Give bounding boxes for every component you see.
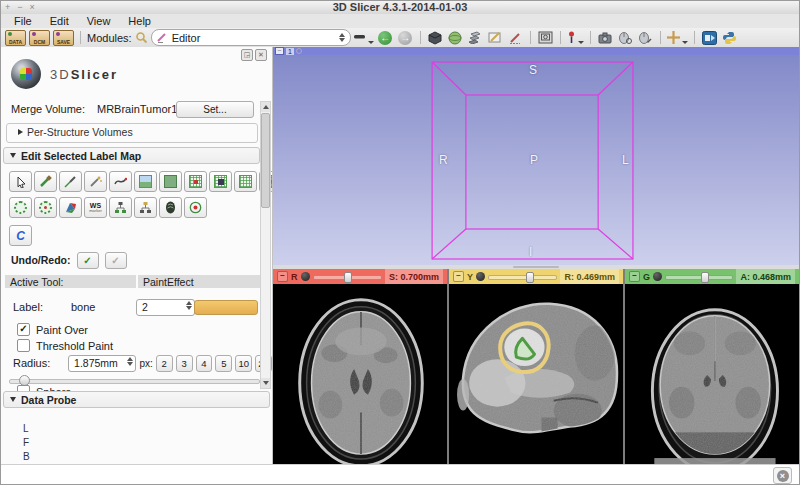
label-color-swatch[interactable]: [194, 300, 258, 315]
grow-cut-effect-button[interactable]: [59, 197, 82, 218]
per-structure-header[interactable]: Per-Structure Volumes: [15, 126, 136, 138]
radius-px-4-button[interactable]: 4: [196, 355, 213, 372]
module-selector-combobox[interactable]: Editor: [151, 29, 351, 46]
label-spin-buttons[interactable]: [186, 301, 192, 310]
annotation-pencil-button[interactable]: [507, 30, 524, 46]
data-probe-header[interactable]: Data Probe: [3, 391, 270, 408]
active-tool-value: PaintEffect: [138, 275, 260, 288]
round-paint-effect-button[interactable]: [184, 197, 207, 218]
draw-effect-button[interactable]: [59, 171, 82, 192]
model-into-label-effect-button[interactable]: [109, 197, 132, 218]
yellow-collapse-button[interactable]: −: [453, 271, 464, 282]
scroll-down-button[interactable]: [261, 378, 270, 388]
toolbar-separator: [530, 31, 531, 44]
green-slice-slider[interactable]: [665, 272, 733, 281]
red-collapse-button[interactable]: −: [277, 271, 288, 282]
extensions-manager-button[interactable]: [701, 30, 718, 46]
radius-spin-buttons[interactable]: [127, 357, 133, 366]
identify-islands-effect-button[interactable]: [184, 171, 207, 192]
fast-marching-effect-button[interactable]: [159, 197, 182, 218]
radius-px-2-button[interactable]: 2: [156, 355, 173, 372]
paint-over-checkbox[interactable]: ✓: [17, 323, 30, 336]
panel-close-button[interactable]: ✕: [255, 49, 267, 61]
module-forward-button[interactable]: →: [397, 30, 414, 46]
red-slider-handle[interactable]: [344, 272, 352, 283]
yellow-slider-handle[interactable]: [526, 272, 534, 283]
watershed-from-marker-effect-button[interactable]: WS marker: [84, 197, 107, 218]
default-tool-button[interactable]: [9, 171, 32, 192]
label-to-model-effect-button[interactable]: [134, 197, 157, 218]
module-history-button[interactable]: [354, 30, 374, 46]
mouse-rotate-mode-button[interactable]: [617, 30, 634, 46]
dilate-effect-button[interactable]: [34, 197, 57, 218]
radius-px-5-button[interactable]: 5: [215, 355, 232, 372]
red-slice-canvas[interactable]: [273, 284, 447, 465]
edit-label-map-header[interactable]: Edit Selected Label Map: [3, 147, 260, 164]
cube-3d-icon: [428, 31, 442, 45]
load-data-button[interactable]: DATA: [5, 30, 26, 46]
green-slider-handle[interactable]: [701, 272, 709, 283]
mouse-zoom-mode-button[interactable]: [637, 30, 654, 46]
module-back-button[interactable]: ←: [377, 30, 394, 46]
wand-effect-button[interactable]: [84, 171, 107, 192]
error-log-button[interactable]: ×: [773, 467, 792, 484]
scroll-up-button[interactable]: [261, 102, 270, 112]
spin-up-icon: [127, 357, 133, 361]
history-dropdown-icon: [368, 41, 374, 44]
red-slice-slider[interactable]: [313, 272, 382, 281]
menu-help[interactable]: Help: [119, 14, 160, 28]
green-slice-canvas[interactable]: [625, 284, 799, 465]
save-button[interactable]: SAVE: [53, 30, 74, 46]
redo-button[interactable]: ✓: [105, 252, 127, 269]
view3d-pin-icon[interactable]: [296, 48, 302, 54]
paint-effect-button[interactable]: [34, 171, 57, 192]
label-value-spinbox[interactable]: 2: [136, 299, 195, 316]
yellow-slice-slider[interactable]: [488, 272, 557, 281]
load-dicom-button[interactable]: DCM: [29, 30, 50, 46]
module-search-icon[interactable]: [135, 31, 148, 44]
layout-selector-button[interactable]: [447, 30, 464, 46]
merge-volume-set-button[interactable]: Set...: [176, 101, 254, 118]
python-console-button[interactable]: [721, 30, 738, 46]
erode-effect-button[interactable]: [9, 197, 32, 218]
green-visibility-eye-icon[interactable]: [653, 272, 662, 281]
show-3d-view-button[interactable]: [427, 30, 444, 46]
place-fiducial-button[interactable]: [567, 30, 584, 46]
scene-snapshot-button[interactable]: [597, 30, 614, 46]
merge-volume-label: Merge Volume:: [11, 103, 89, 115]
screenshot-annotate-button[interactable]: [487, 30, 504, 46]
remove-islands-effect-button[interactable]: [209, 171, 232, 192]
change-island-effect-button[interactable]: [134, 171, 157, 192]
threshold-effect-button[interactable]: [234, 171, 257, 192]
module-selector-spinner[interactable]: [339, 33, 345, 42]
target-circle-icon: [189, 201, 202, 214]
menu-file[interactable]: File: [5, 14, 41, 28]
paint-over-label: Paint Over: [36, 324, 88, 336]
menu-view[interactable]: View: [78, 14, 120, 28]
view3d-canvas[interactable]: S R P L I: [273, 55, 799, 265]
threshold-paint-checkbox[interactable]: [17, 339, 30, 352]
panel-popup-button[interactable]: ◲: [241, 49, 253, 61]
cursor-icon: [15, 176, 27, 188]
view3d-collapse-button[interactable]: –: [275, 47, 284, 55]
scrollbar-thumb[interactable]: [261, 113, 270, 208]
threshold-paint-row: Threshold Paint: [17, 339, 113, 352]
yellow-slice-canvas[interactable]: [449, 284, 623, 465]
radius-spinbox[interactable]: 1.875mm: [68, 355, 136, 372]
green-slice-letter: G: [643, 272, 650, 282]
undo-button[interactable]: ✓: [77, 252, 99, 269]
yellow-visibility-eye-icon[interactable]: [476, 272, 485, 281]
radius-row: Radius: 1.875mm px: 2 3 4 5 10 20: [1, 355, 272, 371]
crosshair-button[interactable]: [667, 30, 688, 46]
red-visibility-eye-icon[interactable]: [301, 272, 310, 281]
radius-px-10-button[interactable]: 10: [235, 355, 252, 372]
capture-view-button[interactable]: [537, 30, 554, 46]
layers-button[interactable]: [467, 30, 484, 46]
panel-scrollbar[interactable]: [260, 101, 271, 389]
change-label-c-effect-button[interactable]: C: [9, 225, 32, 246]
change-label-effect-button[interactable]: [159, 171, 182, 192]
radius-px-3-button[interactable]: 3: [176, 355, 193, 372]
menu-edit[interactable]: Edit: [41, 14, 78, 28]
level-tracing-effect-button[interactable]: [109, 171, 132, 192]
green-collapse-button[interactable]: −: [629, 271, 640, 282]
